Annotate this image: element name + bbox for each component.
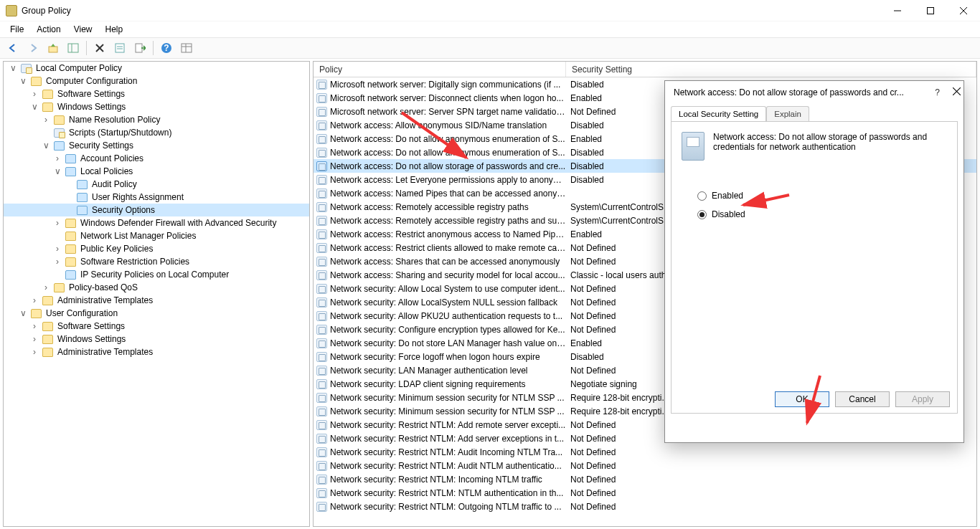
tab-local-security-setting[interactable]: Local Security Setting — [671, 106, 766, 121]
policy-name: Network access: Sharing and security mod… — [330, 270, 565, 280]
policy-name: Network security: Allow PKU2U authentica… — [330, 311, 562, 321]
policy-item-icon — [316, 434, 327, 444]
policy-item-icon — [316, 406, 327, 416]
policy-name: Microsoft network server: Disconnect cli… — [330, 93, 563, 103]
tree-root[interactable]: ∨Local Computer Policy — [4, 62, 309, 75]
policy-name: Network access: Do not allow storage of … — [330, 161, 565, 171]
policy-item-icon — [316, 475, 327, 485]
delete-button[interactable] — [91, 39, 108, 57]
window-minimize-button[interactable] — [881, 0, 914, 22]
menu-help[interactable]: Help — [100, 23, 129, 36]
radio-enabled[interactable]: Enabled — [697, 191, 947, 201]
tab-explain[interactable]: Explain — [766, 106, 809, 121]
tree-ip-security-policies[interactable]: ·IP Security Policies on Local Computer — [4, 268, 309, 281]
policy-item-icon — [316, 216, 327, 226]
policy-name: Network security: Restrict NTLM: Audit N… — [330, 461, 562, 471]
apply-button[interactable]: Apply — [895, 391, 950, 407]
folder-icon — [31, 77, 42, 86]
tree-policy-based-qos[interactable]: ›Policy-based QoS — [4, 281, 309, 294]
policy-name: Network security: Restrict NTLM: Outgoin… — [330, 502, 562, 512]
window-maximize-button[interactable] — [914, 0, 947, 22]
policy-item-icon — [316, 229, 327, 239]
policy-name: Network access: Let Everyone permissions… — [330, 175, 566, 185]
scripts-icon — [54, 128, 65, 138]
tree-administrative-templates[interactable]: ›Administrative Templates — [4, 294, 309, 307]
up-button[interactable] — [44, 39, 62, 57]
menu-action[interactable]: Action — [31, 23, 66, 36]
window-close-button[interactable] — [947, 0, 980, 22]
policy-name: Network access: Restrict clients allowed… — [330, 243, 566, 253]
policy-item-icon — [316, 270, 327, 280]
filter-button[interactable] — [178, 39, 195, 57]
forward-button[interactable] — [24, 39, 42, 57]
tree-windows-defender-firewall[interactable]: ›Windows Defender Firewall with Advanced… — [4, 216, 309, 229]
tree-user-administrative-templates[interactable]: ›Administrative Templates — [4, 345, 309, 358]
tree-software-restriction-policies[interactable]: ›Software Restriction Policies — [4, 255, 309, 268]
dialog-close-button[interactable] — [953, 87, 961, 97]
tree-name-resolution-policy[interactable]: ›Name Resolution Policy — [4, 113, 309, 126]
ok-button[interactable]: OK — [775, 391, 829, 407]
menu-file[interactable]: File — [4, 23, 29, 36]
toolbar: ? — [0, 37, 980, 59]
titlebar: Group Policy — [0, 0, 980, 22]
svg-text:?: ? — [164, 43, 169, 53]
tree-security-settings[interactable]: ∨Security Settings — [4, 139, 309, 152]
tree-computer-configuration[interactable]: ∨Computer Configuration — [4, 75, 309, 87]
tree-account-policies[interactable]: ›Account Policies — [4, 152, 309, 165]
tree-user-configuration[interactable]: ∨User Configuration — [4, 307, 309, 320]
policy-item-icon — [316, 107, 327, 117]
policy-row[interactable]: Network security: Restrict NTLM: Incomin… — [314, 472, 976, 486]
policy-name: Network security: Restrict NTLM: Add rem… — [330, 420, 565, 430]
policy-item-icon — [316, 447, 327, 457]
policy-row[interactable]: Network security: Restrict NTLM: NTLM au… — [314, 486, 976, 500]
tree-scripts[interactable]: ·Scripts (Startup/Shutdown) — [4, 126, 309, 139]
group-policy-icon — [6, 5, 17, 16]
policy-name: Network security: Minimum session securi… — [330, 393, 565, 403]
policy-row[interactable]: Network security: Restrict NTLM: Outgoin… — [314, 500, 976, 513]
tree-network-list-manager-policies[interactable]: ·Network List Manager Policies — [4, 229, 309, 242]
tree-security-options[interactable]: ·Security Options — [4, 204, 309, 216]
policy-setting: Not Defined — [566, 488, 976, 498]
console-tree[interactable]: ∨Local Computer Policy ∨Computer Configu… — [3, 61, 310, 527]
policy-item-icon — [316, 161, 327, 171]
policy-row[interactable]: Network security: Restrict NTLM: Audit I… — [314, 445, 976, 459]
dialog-help-button[interactable]: ? — [935, 87, 940, 97]
back-button[interactable] — [4, 39, 22, 57]
tree-user-software-settings[interactable]: ›Software Settings — [4, 320, 309, 333]
policy-name: Network security: Do not store LAN Manag… — [330, 338, 566, 348]
policy-icon — [21, 64, 32, 73]
svg-rect-4 — [49, 47, 57, 52]
policy-name: Network access: Remotely accessible regi… — [330, 216, 566, 226]
tree-public-key-policies[interactable]: ›Public Key Policies — [4, 242, 309, 255]
policy-row[interactable]: Network security: Restrict NTLM: Audit N… — [314, 459, 976, 472]
policy-name: Network access: Do not allow anonymous e… — [330, 134, 565, 144]
policy-item-icon — [316, 461, 327, 471]
policy-name: Microsoft network server: Server SPN tar… — [330, 107, 566, 117]
svg-rect-5 — [68, 44, 78, 52]
policy-name: Network security: Restrict NTLM: Incomin… — [330, 475, 542, 485]
properties-button[interactable] — [111, 39, 128, 57]
help-button[interactable]: ? — [158, 39, 175, 57]
column-security-setting[interactable]: Security Setting — [566, 62, 976, 77]
policy-item-icon — [316, 366, 327, 376]
list-header[interactable]: Policy Security Setting — [314, 62, 976, 77]
tree-audit-policy[interactable]: ·Audit Policy — [4, 178, 309, 191]
policy-name: Network security: Restrict NTLM: Add ser… — [330, 434, 564, 444]
column-policy[interactable]: Policy — [314, 62, 566, 77]
export-list-button[interactable] — [131, 39, 149, 57]
tree-windows-settings[interactable]: ∨Windows Settings — [4, 100, 309, 113]
policy-name: Network security: Minimum session securi… — [330, 406, 565, 416]
policy-item-icon — [316, 393, 327, 403]
tree-user-windows-settings[interactable]: ›Windows Settings — [4, 333, 309, 345]
policy-item-icon — [316, 420, 327, 430]
menu-view[interactable]: View — [68, 23, 98, 36]
svg-rect-15 — [182, 44, 192, 52]
tree-software-settings[interactable]: ›Software Settings — [4, 87, 309, 100]
radio-disabled[interactable]: Disabled — [697, 209, 947, 219]
tree-local-policies[interactable]: ∨Local Policies — [4, 165, 309, 178]
policy-item-icon — [316, 175, 327, 185]
cancel-button[interactable]: Cancel — [835, 391, 890, 407]
show-hide-tree-button[interactable] — [65, 39, 82, 57]
policy-name: Microsoft network server: Digitally sign… — [330, 80, 560, 90]
tree-user-rights-assignment[interactable]: ·User Rights Assignment — [4, 191, 309, 204]
